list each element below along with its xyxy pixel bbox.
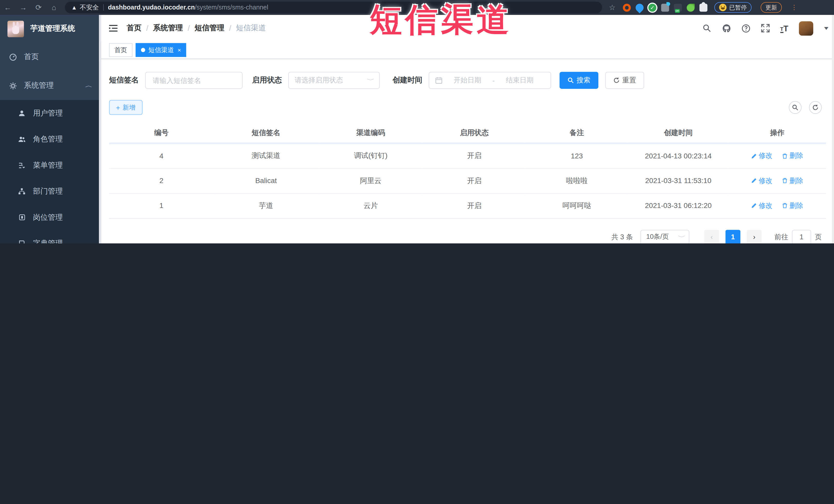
breadcrumb: 首页 / 系统管理 / 短信管理 / 短信渠道 (127, 23, 266, 33)
time-label: 创建时间 (393, 75, 422, 85)
date-range-picker[interactable]: 开始日期 - 结束日期 (429, 72, 551, 89)
profile-paused-badge[interactable]: 已暂停 (715, 2, 752, 13)
edit-icon (751, 202, 757, 209)
edit-icon (751, 153, 757, 159)
add-button[interactable]: + 新增 (109, 100, 142, 115)
active-tag-dot (141, 48, 145, 52)
delete-link[interactable]: 删除 (782, 176, 803, 185)
sidebar-scrollbar[interactable] (99, 15, 101, 243)
ext-blue-pin-icon[interactable] (634, 2, 645, 13)
app-logo-rabbit-image (7, 21, 24, 37)
header-status: 启用状态 (423, 124, 525, 143)
sidebar-item-users[interactable]: 用户管理 (0, 100, 101, 126)
delete-icon (782, 178, 788, 183)
breadcrumb-sms[interactable]: 短信管理 (195, 23, 224, 33)
breadcrumb-system[interactable]: 系统管理 (153, 23, 183, 33)
search-button[interactable]: 搜索 (559, 72, 598, 89)
delete-link[interactable]: 删除 (782, 201, 803, 210)
top-navbar: 首页 / 系统管理 / 短信管理 / 短信渠道 (101, 15, 834, 42)
goto-page-input[interactable] (792, 229, 811, 243)
update-label: 更新 (766, 3, 777, 11)
breadcrumb-separator: / (229, 24, 231, 32)
page-1-button[interactable]: 1 (725, 229, 740, 243)
page-content: 短信签名 启用状态 请选择启用状态 ﹀ 创建时间 开始日期 - 结束日期 (101, 59, 834, 243)
sidebar-item-roles[interactable]: 角色管理 (0, 126, 101, 152)
toggle-search-button[interactable] (789, 101, 802, 114)
gear-icon (8, 82, 17, 90)
fullscreen-icon[interactable] (761, 24, 770, 32)
sidebar-item-dictionary[interactable]: 字典管理 (0, 230, 101, 243)
edit-link[interactable]: 修改 (751, 201, 773, 210)
caret-down-icon[interactable]: ▼ (823, 25, 830, 31)
table-header-row: 编号 短信签名 渠道编码 启用状态 备注 创建时间 操作 (109, 124, 826, 143)
tag-sms-channel[interactable]: 短信渠道 × (135, 43, 186, 57)
font-size-icon[interactable]: TT (780, 24, 788, 32)
sidebar-item-home[interactable]: 首页 (0, 43, 101, 71)
address-bar[interactable]: ▲ 不安全 dashboard.yudao.iocoder.cn /system… (65, 2, 602, 13)
bookmark-star-icon[interactable]: ☆ (606, 3, 618, 12)
calendar-icon (435, 76, 442, 84)
delete-link[interactable]: 删除 (782, 151, 803, 160)
header-created: 创建时间 (628, 124, 728, 143)
menu-list-icon (18, 161, 26, 169)
back-icon[interactable]: ← (0, 3, 16, 12)
prev-page-button[interactable]: ‹ (704, 229, 719, 243)
page-unit-label: 页 (815, 232, 822, 242)
breadcrumb-separator: / (188, 24, 190, 32)
navbar-actions: TT ▼ (703, 15, 829, 42)
browser-menu-icon[interactable]: ⋮ (791, 4, 797, 11)
sidebar-item-posts[interactable]: 岗位管理 (0, 204, 101, 231)
sign-input[interactable] (152, 76, 236, 85)
refresh-table-button[interactable] (809, 101, 822, 114)
sign-input-wrap (145, 72, 243, 89)
search-icon[interactable] (703, 24, 711, 32)
dashboard-icon (8, 53, 17, 61)
header-sign: 短信签名 (214, 124, 319, 143)
home-icon[interactable]: ⌂ (46, 3, 62, 12)
table-toolbar: + 新增 (109, 100, 826, 115)
sms-channel-table: 编号 短信签名 渠道编码 启用状态 备注 创建时间 操作 4 测试渠道 调试(钉… (109, 124, 826, 219)
search-icon (568, 77, 574, 84)
org-tree-icon (18, 188, 26, 195)
sidebar-item-system[interactable]: 系统管理 ︿ (0, 71, 101, 100)
sidebar-item-departments[interactable]: 部门管理 (0, 178, 101, 204)
breadcrumb-home[interactable]: 首页 (127, 23, 141, 33)
ext-orange-ring-icon[interactable] (623, 3, 631, 11)
header-actions: 操作 (728, 124, 826, 143)
start-date-placeholder[interactable]: 开始日期 (454, 75, 481, 85)
security-warning-icon: ▲ (71, 4, 77, 11)
sidebar-item-menus[interactable]: 菜单管理 (0, 152, 101, 178)
next-page-button[interactable]: › (747, 229, 762, 243)
status-select[interactable]: 请选择启用状态 ﹀ (288, 72, 380, 89)
tag-home[interactable]: 首页 (109, 43, 132, 57)
system-submenu: 用户管理 角色管理 菜单管理 (0, 100, 101, 243)
ext-puzzle-icon[interactable] (700, 3, 707, 11)
close-tag-icon[interactable]: × (178, 47, 181, 53)
ext-dark-on-icon[interactable]: on (674, 3, 682, 11)
ext-green-check-icon[interactable]: ✓ (649, 3, 656, 11)
page-scrollbar[interactable] (832, 15, 834, 243)
people-icon (18, 135, 26, 143)
collapse-sidebar-icon[interactable] (109, 24, 118, 32)
user-icon (18, 109, 26, 117)
page-size-select[interactable]: 10条/页 ﹀ (640, 229, 689, 243)
header-id: 编号 (109, 124, 214, 143)
reload-icon[interactable]: ⟳ (31, 3, 46, 12)
chrome-update-button[interactable]: 更新 (761, 2, 782, 13)
ext-gray-drop-icon[interactable] (661, 3, 669, 11)
help-icon[interactable] (741, 24, 750, 32)
reset-button[interactable]: 重置 (605, 72, 644, 89)
browser-toolbar: ← → ⟳ ⌂ ▲ 不安全 dashboard.yudao.iocoder.cn… (0, 0, 834, 15)
edit-link[interactable]: 修改 (751, 176, 773, 185)
table-row: 1 芋道 云片 开启 呵呵呵哒 2021-03-31 06:12:20 修改 删… (109, 193, 826, 218)
ext-sprout-icon[interactable] (687, 3, 695, 11)
edit-icon (751, 178, 757, 183)
end-date-placeholder[interactable]: 结束日期 (506, 75, 534, 85)
edit-link[interactable]: 修改 (751, 151, 773, 160)
user-avatar[interactable] (799, 21, 813, 36)
app-logo-row[interactable]: 芋道管理系统 (0, 15, 101, 43)
github-icon[interactable] (722, 24, 730, 32)
forward-icon[interactable]: → (16, 3, 31, 12)
table-row: 2 Balicat 阿里云 开启 啦啦啦 2021-03-31 11:53:10… (109, 168, 826, 193)
delete-icon (782, 202, 788, 209)
